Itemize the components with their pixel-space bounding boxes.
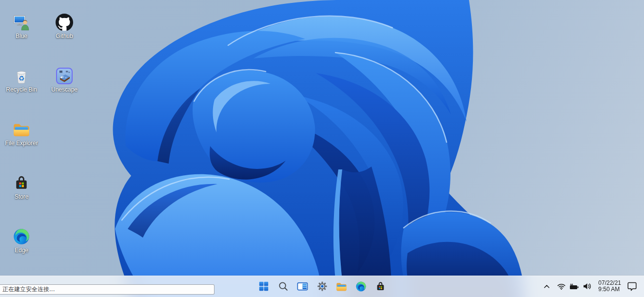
desktop-icon-blue[interactable]: Blue — [3, 14, 40, 40]
gear-icon — [317, 281, 328, 292]
file-explorer-button[interactable] — [332, 277, 351, 296]
desktop-icon-label: Store — [3, 193, 40, 201]
task-view-button[interactable] — [293, 277, 312, 296]
notification-bubble-icon — [627, 282, 637, 291]
connection-status-tooltip: 正在建立安全连接... — [0, 284, 215, 295]
desktop-icon-file-explorer[interactable]: File Explorer — [3, 121, 40, 147]
folder-icon — [13, 121, 30, 138]
desktop-wallpaper-bloom — [0, 0, 644, 297]
hidden-icons-button[interactable] — [543, 278, 554, 294]
search-button[interactable] — [274, 277, 293, 296]
desktop-icon-label: Unescape — [46, 86, 83, 93]
taskbar-date: 07/22/21 — [598, 280, 621, 287]
desktop-icon-github[interactable]: Github — [46, 14, 83, 40]
volume-icon — [583, 283, 591, 290]
tray-status-icons[interactable] — [554, 278, 594, 294]
taskbar-clock[interactable]: 07/22/21 9:50 AM — [594, 279, 624, 294]
desktop-icon-label: Github — [46, 33, 83, 40]
system-tray: 07/22/21 9:50 AM — [543, 277, 639, 296]
windows-start-icon — [258, 281, 269, 292]
desktop-icon-label: Recycle Bin — [3, 86, 40, 93]
remote-user-monitor-icon — [13, 14, 30, 31]
desktop-icon-recycle-bin[interactable]: ♻ Recycle Bin — [3, 67, 40, 93]
edge-browser-icon — [355, 281, 367, 292]
chevron-up-icon — [544, 284, 550, 289]
search-icon — [278, 281, 289, 292]
store-button[interactable] — [371, 277, 390, 296]
taskbar-center-buttons — [254, 277, 390, 296]
settings-button[interactable] — [313, 277, 332, 296]
folder-icon — [336, 281, 347, 292]
desktop-icon-unescape[interactable]: Unescape — [46, 67, 83, 93]
taskbar-time: 9:50 AM — [598, 286, 621, 293]
wifi-icon — [557, 283, 566, 290]
notification-center-button[interactable] — [624, 278, 639, 294]
task-view-icon — [297, 281, 308, 292]
recycle-bin-icon: ♻ — [13, 67, 30, 85]
bloom-graphic — [0, 0, 644, 297]
edge-browser-icon — [13, 228, 30, 245]
start-button[interactable] — [254, 277, 273, 296]
microsoft-store-bag-icon — [13, 174, 30, 192]
edge-button[interactable] — [352, 277, 371, 296]
desktop-icon-edge[interactable]: Edge — [3, 228, 40, 254]
microsoft-store-bag-icon — [375, 281, 386, 292]
desktop-icon-label: Edge — [3, 247, 40, 254]
desktop-icon-label: File Explorer — [3, 140, 40, 147]
desktop-icon-store[interactable]: Store — [3, 174, 40, 201]
desktop-icon-label: Blue — [3, 33, 40, 40]
github-octocat-icon — [56, 14, 73, 31]
unescape-game-icon — [56, 67, 73, 85]
svg-text:♻: ♻ — [19, 74, 25, 82]
battery-charging-icon — [569, 283, 579, 290]
